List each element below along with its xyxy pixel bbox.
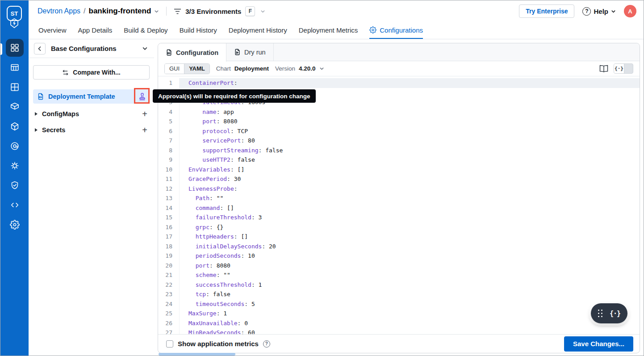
app-switcher-chevron-icon[interactable] <box>154 9 159 14</box>
sidebar-item-configmaps[interactable]: ConfigMaps + <box>35 108 150 120</box>
line-content: GracePeriod: 30 <box>180 174 241 184</box>
editor-tab-label: Dry run <box>244 49 266 56</box>
code-line[interactable]: 27MinReadySeconds: 60 <box>158 328 640 334</box>
tab-build-deploy[interactable]: Build & Deploy <box>124 22 167 39</box>
tab-app-details[interactable]: App Details <box>78 22 113 39</box>
stamp-icon <box>138 92 146 101</box>
line-content: scheme: "" <box>180 270 230 280</box>
sidebar-item-resource-browser[interactable] <box>0 195 29 215</box>
file-play-icon <box>234 49 241 55</box>
show-metrics-checkbox[interactable] <box>166 340 173 348</box>
breadcrumb-app-name: banking-frontend <box>89 7 151 16</box>
line-content: MinReadySeconds: 60 <box>180 328 255 334</box>
sidebar-item-secrets[interactable]: Secrets + <box>35 124 150 136</box>
code-line[interactable]: 8 supportStreaming: false <box>158 146 640 155</box>
sidebar-item-clusters[interactable] <box>0 156 29 176</box>
try-enterprise-button[interactable]: Try Enterprise <box>519 4 574 18</box>
sidebar-item-applications[interactable] <box>0 38 29 58</box>
code-line[interactable]: 4 name: app <box>158 107 640 117</box>
line-number: 6 <box>158 126 180 136</box>
tab-build-history[interactable]: Build History <box>180 22 217 39</box>
code-line[interactable]: 1ContainerPort: <box>158 78 640 88</box>
panel-title: Base Configurations <box>51 45 142 52</box>
code-line[interactable]: 10EnvVariables: [] <box>158 165 640 175</box>
tab-deployment-metrics[interactable]: Deployment Metrics <box>299 22 358 39</box>
back-button[interactable] <box>34 43 46 54</box>
yaml-editor[interactable]: 1ContainerPort:2 - envoyPort: 87993 idle… <box>158 76 640 334</box>
tab-deployment-history[interactable]: Deployment History <box>229 22 287 39</box>
line-number: 4 <box>158 107 180 117</box>
yaml-mode-option[interactable]: YAML <box>184 64 209 74</box>
line-number: 20 <box>158 261 180 271</box>
approval-badge[interactable] <box>134 89 150 104</box>
filter-icon <box>174 8 181 15</box>
line-number: 19 <box>158 251 180 261</box>
breadcrumb-root-link[interactable]: Devtron Apps <box>38 7 80 15</box>
version-chevron-icon[interactable] <box>319 66 324 71</box>
code-line[interactable]: 23 tcp: false <box>158 289 640 299</box>
code-line[interactable]: 24 timeoutSeconds: 5 <box>158 299 640 309</box>
line-number: 27 <box>158 328 180 334</box>
line-content: tcp: false <box>180 289 230 299</box>
code-line[interactable]: 18 initialDelaySeconds: 20 <box>158 242 640 251</box>
tab-label: Deployment Metrics <box>299 26 358 34</box>
gui-mode-option[interactable]: GUI <box>165 64 184 74</box>
environment-selector[interactable]: 3/3 Environments <box>185 8 241 15</box>
braces-icon[interactable]: {·} <box>610 310 620 318</box>
line-number: 23 <box>158 289 180 299</box>
tab-configurations[interactable]: Configurations <box>369 22 423 39</box>
editor-tab-configuration[interactable]: Configuration <box>158 43 226 62</box>
code-line[interactable]: 13 Path: "" <box>158 193 640 203</box>
horizontal-scrollbar[interactable] <box>159 353 235 356</box>
drag-dots-icon[interactable] <box>598 310 602 317</box>
line-content: ContainerPort: <box>180 78 238 88</box>
settings-gear-icon <box>10 220 20 230</box>
code-line[interactable]: 16 grpc: {} <box>158 222 640 232</box>
tab-overview[interactable]: Overview <box>38 22 67 39</box>
sidebar-item-application-groups[interactable] <box>0 77 29 97</box>
sidebar-item-bulk-edit[interactable] <box>0 136 29 156</box>
compare-with-button[interactable]: Compare With... <box>33 65 150 80</box>
code-line[interactable]: 26MaxUnavailable: 0 <box>158 318 640 328</box>
readme-book-icon[interactable] <box>599 65 608 72</box>
gear-icon <box>369 26 376 34</box>
sidebar-item-security[interactable] <box>0 176 29 195</box>
save-changes-button[interactable]: Save Changes... <box>564 336 633 352</box>
code-lock-toggle[interactable]: {·} <box>614 63 633 74</box>
chart-version[interactable]: 4.20.0 <box>299 65 316 72</box>
add-configmap-button[interactable]: + <box>140 109 150 118</box>
code-line[interactable]: 14 command: [] <box>158 203 640 213</box>
app-header: Devtron Apps / banking-frontend 3/3 Envi… <box>29 0 644 39</box>
sidebar-item-deployment-template[interactable]: Deployment Template <box>33 89 150 104</box>
sidebar-item-global-configurations[interactable] <box>0 215 29 235</box>
code-line[interactable]: 12LivenessProbe: <box>158 184 640 194</box>
editor-tab-dry-run[interactable]: Dry run <box>226 43 274 61</box>
sidebar-item-jobs[interactable] <box>0 58 29 77</box>
code-line[interactable]: 11GracePeriod: 30 <box>158 174 640 184</box>
code-line[interactable]: 22 successThreshold: 1 <box>158 280 640 290</box>
compare-swap-icon <box>62 69 69 76</box>
code-line[interactable]: 19 periodSeconds: 10 <box>158 251 640 261</box>
help-menu[interactable]: ? Help <box>582 7 616 16</box>
code-line[interactable]: 25MaxSurge: 1 <box>158 309 640 318</box>
add-secret-button[interactable]: + <box>140 126 150 134</box>
metrics-help-icon[interactable]: ? <box>263 340 270 348</box>
line-content: command: [] <box>180 203 234 213</box>
code-line[interactable]: 7 servicePort: 80 <box>158 136 640 146</box>
chart-name: Deployment <box>234 65 269 72</box>
collapse-chevron-icon[interactable] <box>142 46 148 51</box>
sidebar-item-chart-store[interactable] <box>0 97 29 117</box>
code-line[interactable]: 21 scheme: "" <box>158 270 640 280</box>
card-footer: Show application metrics ? Save Changes.… <box>158 334 640 353</box>
code-line[interactable]: 5 port: 8080 <box>158 117 640 126</box>
environment-chevron-icon[interactable] <box>260 9 265 14</box>
code-line[interactable]: 20 port: 8080 <box>158 261 640 271</box>
code-line[interactable]: 15 failureThreshold: 3 <box>158 213 640 222</box>
line-number: 13 <box>158 193 180 203</box>
code-line[interactable]: 17 httpHeaders: [] <box>158 232 640 242</box>
breadcrumb-separator: / <box>84 7 85 15</box>
sidebar-item-packages[interactable] <box>0 117 29 136</box>
user-avatar[interactable]: A <box>624 5 636 17</box>
code-line[interactable]: 6 protocol: TCP <box>158 126 640 136</box>
code-line[interactable]: 9 useHTTP2: false <box>158 155 640 165</box>
